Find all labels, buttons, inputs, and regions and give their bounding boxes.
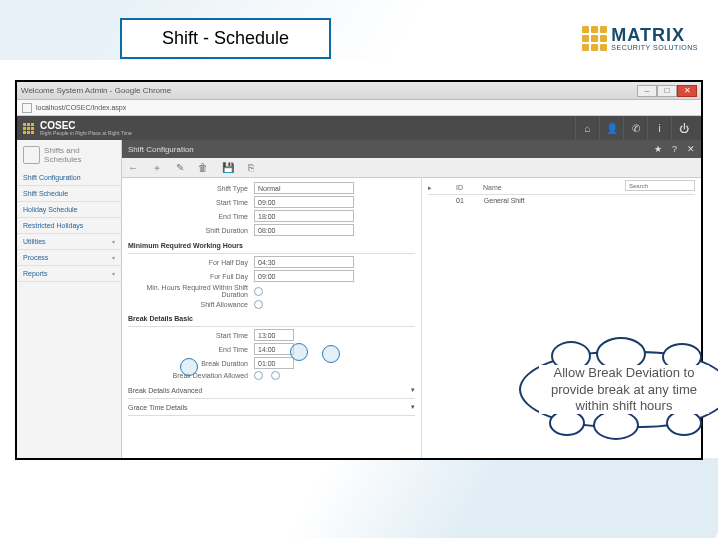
break-duration-field[interactable]: 01:00 [254,357,294,369]
half-day-field[interactable]: 04:30 [254,256,354,268]
help-icon[interactable]: ? [672,144,677,154]
window-maximize-button[interactable]: □ [657,85,677,97]
favorite-icon[interactable]: ★ [654,144,662,154]
home-button[interactable]: ⌂ [575,116,599,140]
section-grace-time[interactable]: Grace Time Details▾ [128,399,415,416]
content-title: Shift Configuration [128,145,194,154]
shift-duration-field[interactable]: 08:00 [254,224,354,236]
annotation-circle-2 [322,345,340,363]
col-id: ID [456,184,463,192]
app-logo [23,123,34,134]
save-button[interactable]: 💾 [222,162,234,173]
add-button[interactable]: ＋ [152,161,162,175]
end-time-field[interactable]: 18:00 [254,210,354,222]
break-end-field[interactable]: 14:00 [254,343,294,355]
list-row[interactable]: 01 General Shift [428,195,695,206]
address-bar[interactable]: localhost/COSEC/Index.aspx [36,104,126,111]
schedule-icon [23,146,40,164]
shift-allowance-toggle[interactable] [254,300,263,309]
phone-button[interactable]: ✆ [623,116,647,140]
sidebar-heading: Shifts and Schedules [17,140,121,170]
annotation-circle-3 [180,358,198,376]
min-hours-toggle[interactable] [254,287,263,296]
list-search-input[interactable] [625,180,695,191]
sidebar-item-holiday-schedule[interactable]: Holiday Schedule [17,202,121,218]
form-panel: Shift Type Normal Start Time 09:00 End T… [122,178,422,458]
section-break-basic: Break Details Basic [128,311,415,327]
break-deviation-toggle[interactable] [254,371,263,380]
info-button[interactable]: i [647,116,671,140]
sidebar-item-shift-schedule[interactable]: Shift Schedule [17,186,121,202]
break-start-field[interactable]: 13:00 [254,329,294,341]
section-min-required: Minimum Required Working Hours [128,238,415,254]
close-icon[interactable]: ✕ [687,144,695,154]
window-close-button[interactable]: ✕ [677,85,697,97]
sidebar-item-utilities[interactable]: Utilities▾ [17,234,121,250]
sidebar-item-restricted-holidays[interactable]: Restricted Holidays [17,218,121,234]
break-deviation-toggle-2[interactable] [271,371,280,380]
back-button[interactable]: ← [128,162,138,173]
browser-tab-title: Welcome System Admin - Google Chrome [21,86,171,95]
power-button[interactable]: ⏻ [671,116,695,140]
col-name: Name [483,184,502,192]
edit-button[interactable]: ✎ [176,162,184,173]
delete-button[interactable]: 🗑 [198,162,208,173]
page-title: Shift - Schedule [120,18,331,59]
annotation-circle-1 [290,343,308,361]
page-icon [22,103,32,113]
matrix-logo: MATRIX SECURITY SOLUTIONS [582,26,698,51]
full-day-field[interactable]: 09:00 [254,270,354,282]
annotation-callout: Allow Break Deviation to provide break a… [519,351,718,428]
sidebar-item-shift-configuration[interactable]: Shift Configuration [17,170,121,186]
list-panel: ▸ ID Name 01 General Shift Allow Break [422,178,701,458]
sidebar-item-process[interactable]: Process▾ [17,250,121,266]
copy-button[interactable]: ⎘ [248,162,254,173]
browser-window: Welcome System Admin - Google Chrome – □… [15,80,703,460]
sidebar: Shifts and Schedules Shift Configuration… [17,140,122,458]
start-time-field[interactable]: 09:00 [254,196,354,208]
section-break-advanced[interactable]: Break Details Advanced▾ [128,382,415,399]
sidebar-item-reports[interactable]: Reports▾ [17,266,121,282]
window-minimize-button[interactable]: – [637,85,657,97]
shift-type-select[interactable]: Normal [254,182,354,194]
user-button[interactable]: 👤 [599,116,623,140]
